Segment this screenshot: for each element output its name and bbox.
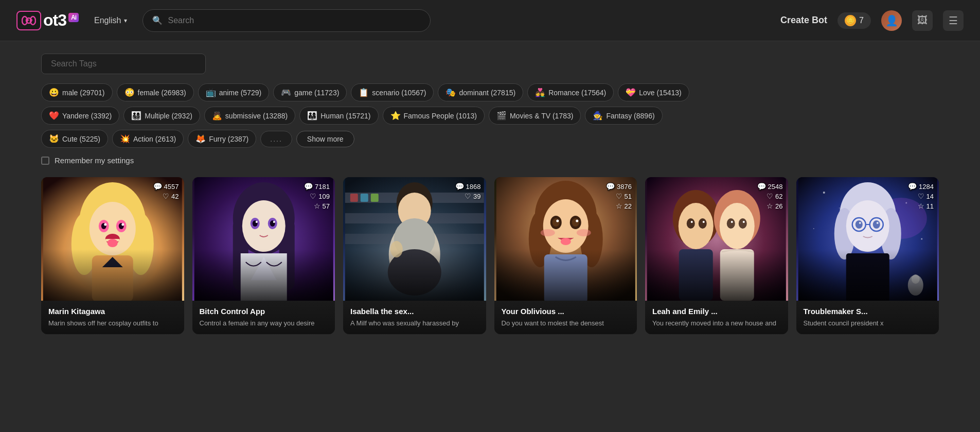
card-leah-emily[interactable]: 💬 2548 ♡ 62 ☆ 26 Leah and Emily ... You … <box>645 177 788 334</box>
movies-emoji: 🎬 <box>496 111 507 120</box>
card-troublemaker[interactable]: 💬 1284 ♡ 14 ☆ 11 Troublemaker S... Stude… <box>796 177 939 334</box>
like-count-4: ♡ 51 <box>616 192 632 200</box>
remember-checkbox[interactable] <box>41 157 49 165</box>
like-count-3: ♡ 39 <box>465 192 480 200</box>
svg-point-71 <box>687 218 695 229</box>
svg-point-72 <box>699 218 707 229</box>
card-2-name: Bitch Control App <box>200 307 328 316</box>
svg-point-86 <box>921 238 922 240</box>
famous-emoji: ⭐ <box>390 111 401 120</box>
svg-rect-103 <box>798 249 937 301</box>
svg-rect-81 <box>647 249 786 301</box>
anime-emoji: 📺 <box>206 88 216 97</box>
svg-point-60 <box>576 220 578 222</box>
star-count-6: ☆ 11 <box>918 202 934 210</box>
tag-female[interactable]: 😳 female (26983) <box>117 83 194 101</box>
card-6-info: Troublemaker S... Student council presid… <box>796 301 939 334</box>
svg-point-85 <box>813 228 814 229</box>
like-count-6: ♡ 14 <box>918 192 934 200</box>
tag-scenario-label: scenario (10567) <box>372 89 426 97</box>
language-selector[interactable]: English ▾ <box>89 13 132 28</box>
human-emoji: 👨‍👩‍👧 <box>307 111 317 120</box>
logo-wordmark: ot3 <box>43 11 66 30</box>
chat-icon-4: 💬 <box>606 182 615 191</box>
card-2-info: Bitch Control App Control a female in an… <box>192 301 335 334</box>
card-6-desc: Student council president x <box>804 319 932 328</box>
tag-male-label: male (29701) <box>62 89 105 97</box>
star-count-4: ☆ 22 <box>616 202 632 210</box>
star-count-5: ☆ 26 <box>767 202 782 210</box>
tag-furry[interactable]: 🦊 Furry (2387) <box>188 130 256 148</box>
gallery-button[interactable]: 🖼 <box>912 10 933 31</box>
logo-icon <box>16 11 41 30</box>
tag-furry-label: Furry (2387) <box>209 135 248 143</box>
show-more-button[interactable]: Show more <box>296 131 354 147</box>
svg-point-70 <box>720 203 755 249</box>
tag-famous[interactable]: ⭐ Famous People (1013) <box>383 107 485 125</box>
card-5-stats: 💬 2548 ♡ 62 ☆ 26 <box>757 182 783 210</box>
tag-cute-label: Cute (5225) <box>62 135 100 143</box>
svg-rect-42 <box>371 194 379 202</box>
remember-settings-row: Remember my settings <box>41 156 939 165</box>
chat-icon-3: 💬 <box>455 182 464 191</box>
tag-game[interactable]: 🎮 game (11723) <box>273 83 347 101</box>
action-emoji: 💥 <box>120 134 130 144</box>
tag-multiple[interactable]: 👨‍👩‍👧‍👦 Multiple (2932) <box>123 107 200 125</box>
card-6-name: Troublemaker S... <box>804 307 932 316</box>
yandere-emoji: ❤️ <box>49 111 59 120</box>
tag-scenario[interactable]: 📋 scenario (10567) <box>351 83 434 101</box>
svg-rect-40 <box>350 194 358 202</box>
svg-point-31 <box>255 221 257 223</box>
tag-movies-tv[interactable]: 🎬 Movies & TV (1783) <box>489 107 581 125</box>
tag-female-label: female (26983) <box>138 89 186 97</box>
more-dots[interactable]: .... <box>260 131 292 147</box>
tag-anime[interactable]: 📺 anime (5729) <box>198 83 270 101</box>
card-1-stats: 💬 4557 ♡ 42 <box>153 182 179 200</box>
tag-submissive[interactable]: 🙇 submissive (13288) <box>204 107 295 125</box>
tag-human[interactable]: 👨‍👩‍👧 Human (15721) <box>299 107 378 125</box>
tag-male[interactable]: 😀 male (29701) <box>41 83 113 101</box>
tags-row-1: 😀 male (29701) 😳 female (26983) 📺 anime … <box>41 83 939 101</box>
tag-love[interactable]: 💝 Love (15413) <box>618 83 689 101</box>
svg-point-18 <box>108 239 118 247</box>
sidebar-button[interactable]: ☰ <box>943 10 964 31</box>
search-tags-input[interactable] <box>41 54 206 74</box>
card-isabella[interactable]: 💬 1868 ♡ 39 Isabella the sex... A Milf w… <box>343 177 486 334</box>
create-bot-button[interactable]: Create Bot <box>780 15 827 26</box>
logo[interactable]: ot3 Ai <box>16 11 79 30</box>
svg-point-78 <box>743 221 745 223</box>
header: ot3 Ai English ▾ 🔍 Create Bot 🪙 7 👤 🖼 ☰ <box>0 0 980 41</box>
svg-point-14 <box>104 223 106 226</box>
svg-point-26 <box>242 200 285 252</box>
chat-icon-5: 💬 <box>757 182 766 191</box>
card-oblivious[interactable]: 💬 3876 ♡ 51 ☆ 22 Your Oblivious ... Do y… <box>494 177 637 334</box>
heart-icon-1: ♡ <box>163 192 169 200</box>
search-input[interactable] <box>168 16 421 25</box>
game-emoji: 🎮 <box>281 88 291 97</box>
svg-point-76 <box>739 218 747 229</box>
furry-emoji: 🦊 <box>195 134 206 144</box>
svg-point-83 <box>823 192 825 194</box>
svg-point-98 <box>859 222 861 224</box>
tag-fantasy-label: Fantasy (8896) <box>606 112 654 120</box>
tag-cute[interactable]: 🐱 Cute (5225) <box>41 130 108 148</box>
card-bitch-control[interactable]: 💬 7181 ♡ 109 ☆ 57 Bitch Control App Cont… <box>192 177 335 334</box>
tag-fantasy[interactable]: 🧙 Fantasy (8896) <box>585 107 662 125</box>
card-image-4: 💬 3876 ♡ 51 ☆ 22 <box>494 177 637 301</box>
chat-icon-2: 💬 <box>304 182 313 191</box>
card-image-5: 💬 2548 ♡ 62 ☆ 26 <box>645 177 788 301</box>
like-count-2: ♡ 109 <box>310 192 330 200</box>
tag-yandere[interactable]: ❤️ Yandere (3392) <box>41 107 119 125</box>
card-5-info: Leah and Emily ... You recently moved in… <box>645 301 788 334</box>
tag-anime-label: anime (5729) <box>219 89 262 97</box>
svg-point-58 <box>572 218 579 227</box>
card-image-1: 💬 4557 ♡ 42 <box>41 177 184 301</box>
tag-yandere-label: Yandere (3392) <box>62 112 112 120</box>
svg-point-62 <box>576 229 591 236</box>
card-3-info: Isabella the sex... A Milf who was sexua… <box>343 301 486 334</box>
tag-action[interactable]: 💥 Action (2613) <box>112 130 184 148</box>
tag-dominant[interactable]: 🎭 dominant (27815) <box>438 83 523 101</box>
user-avatar-button[interactable]: 👤 <box>881 10 902 31</box>
card-marin-kitagawa[interactable]: 💬 4557 ♡ 42 Marin Kitagawa Marin shows o… <box>41 177 184 334</box>
tag-romance[interactable]: 👩‍❤️‍👨 Romance (17564) <box>527 83 614 101</box>
